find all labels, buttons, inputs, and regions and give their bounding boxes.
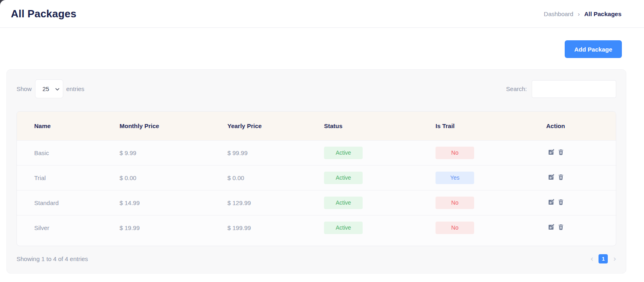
entries-label: entries [66, 85, 85, 92]
cell-name: Silver [17, 215, 120, 240]
breadcrumb-current: All Packages [584, 10, 621, 17]
cell-yearly-price: $ 0.00 [227, 165, 324, 190]
edit-icon[interactable] [548, 174, 554, 180]
breadcrumb-separator-icon: › [578, 10, 580, 17]
column-header-action: Action [546, 112, 616, 140]
status-badge: Active [324, 222, 363, 234]
cell-is-trail: Yes [436, 165, 546, 190]
cell-monthly-price: $ 9.99 [120, 140, 227, 165]
cell-monthly-price: $ 0.00 [120, 165, 227, 190]
page-header: All Packages Dashboard › All Packages [0, 0, 644, 28]
edit-icon[interactable] [548, 149, 554, 155]
search-label: Search: [506, 85, 527, 92]
page-length-control: Show 25 entries [17, 79, 85, 98]
page-size-select-wrap: 25 [35, 79, 63, 98]
cell-yearly-price: $ 129.99 [227, 190, 324, 215]
packages-card: Show 25 entries Search: [6, 69, 626, 274]
pagination: ‹ 1 › [590, 254, 616, 263]
cell-action [546, 140, 616, 165]
column-header-yearly: Yearly Price [227, 112, 324, 140]
cell-name: Standard [17, 190, 120, 215]
status-badge: Active [324, 172, 363, 184]
is-trail-badge: No [436, 197, 474, 209]
packages-table: Name Monthly Price Yearly Price Status I… [17, 112, 616, 240]
status-badge: Active [324, 147, 363, 159]
cell-action [546, 165, 616, 190]
delete-icon[interactable] [558, 149, 564, 155]
delete-icon[interactable] [558, 224, 564, 230]
page-title: All Packages [11, 8, 76, 20]
row-actions [546, 174, 564, 180]
table-footer: Showing 1 to 4 of 4 entries ‹ 1 › [17, 254, 616, 263]
toolbar: Add Package [0, 28, 644, 58]
add-package-button[interactable]: Add Package [565, 40, 622, 58]
cell-status: Active [324, 140, 436, 165]
main-content-panel: All Packages Dashboard › All Packages Ad… [0, 0, 644, 282]
cell-is-trail: No [436, 215, 546, 240]
column-header-status: Status [324, 112, 436, 140]
next-page-icon[interactable]: › [613, 255, 616, 263]
breadcrumb-dashboard-link[interactable]: Dashboard [544, 10, 573, 17]
cell-status: Active [324, 165, 436, 190]
breadcrumb: Dashboard › All Packages [544, 10, 621, 17]
cell-is-trail: No [436, 140, 546, 165]
table-row: Standard $ 14.99 $ 129.99 Active No [17, 190, 616, 215]
cell-status: Active [324, 190, 436, 215]
entries-summary: Showing 1 to 4 of 4 entries [17, 255, 88, 262]
column-header-name: Name [17, 112, 120, 140]
search-input[interactable] [532, 80, 616, 98]
row-actions [546, 149, 564, 155]
packages-table-container: Name Monthly Price Yearly Price Status I… [17, 111, 616, 246]
page-size-select[interactable]: 25 [35, 79, 63, 98]
prev-page-icon[interactable]: ‹ [590, 255, 594, 263]
status-badge: Active [324, 197, 363, 209]
table-row: Trial $ 0.00 $ 0.00 Active Yes [17, 165, 616, 190]
edit-icon[interactable] [548, 224, 554, 230]
cell-action [546, 215, 616, 240]
row-actions [546, 199, 564, 205]
cell-action [546, 190, 616, 215]
cell-status: Active [324, 215, 436, 240]
table-row: Silver $ 19.99 $ 199.99 Active No [17, 215, 616, 240]
table-controls: Show 25 entries Search: [17, 79, 616, 98]
show-label: Show [17, 85, 32, 92]
is-trail-badge: Yes [436, 172, 474, 184]
cell-name: Trial [17, 165, 120, 190]
table-header: Name Monthly Price Yearly Price Status I… [17, 112, 616, 140]
is-trail-badge: No [436, 147, 474, 159]
delete-icon[interactable] [558, 199, 564, 205]
cell-yearly-price: $ 99.99 [227, 140, 324, 165]
cell-yearly-price: $ 199.99 [227, 215, 324, 240]
delete-icon[interactable] [558, 174, 564, 180]
cell-monthly-price: $ 19.99 [120, 215, 227, 240]
search-control: Search: [506, 80, 616, 98]
cell-is-trail: No [436, 190, 546, 215]
cell-monthly-price: $ 14.99 [120, 190, 227, 215]
column-header-istrail: Is Trail [436, 112, 546, 140]
column-header-monthly: Monthly Price [120, 112, 227, 140]
row-actions [546, 224, 564, 230]
cell-name: Basic [17, 140, 120, 165]
page-number-button[interactable]: 1 [599, 254, 608, 263]
table-row: Basic $ 9.99 $ 99.99 Active No [17, 140, 616, 165]
table-body: Basic $ 9.99 $ 99.99 Active No [17, 140, 616, 240]
edit-icon[interactable] [548, 199, 554, 205]
is-trail-badge: No [436, 222, 474, 234]
